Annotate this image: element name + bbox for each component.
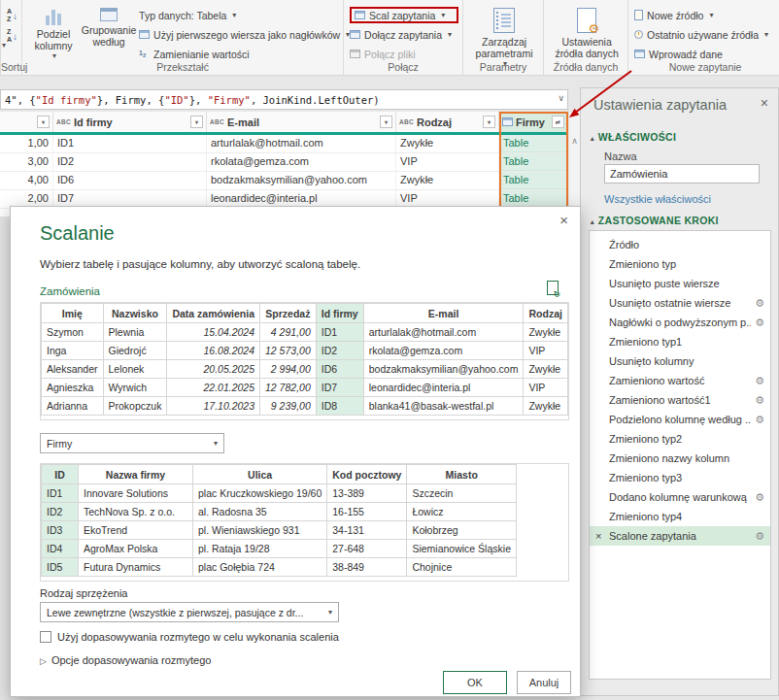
orders-row[interactable]: Agnieszka Wyrwich 22.01.2025 12 782,00 I… — [42, 379, 568, 397]
cell[interactable]: Lelonek — [103, 360, 167, 379]
cell[interactable]: leonardidec@interia.pl — [363, 379, 524, 397]
applied-step[interactable]: × Zmieniono typ3 ⚙ — [590, 468, 770, 487]
applied-step[interactable]: × Usunięto ostatnie wiersze ⚙ — [590, 293, 770, 313]
applied-step[interactable]: × Zmieniono typ2 ⚙ — [590, 429, 770, 449]
applied-step[interactable]: × Źródło ⚙ — [590, 235, 770, 254]
cell-email[interactable]: bodzakmaksymilian@yahoo.com — [207, 172, 396, 189]
cell-id-firmy[interactable]: ID1 — [53, 135, 207, 152]
fuzzy-matching-checkbox[interactable] — [40, 631, 51, 643]
applied-step[interactable]: × Usunięto puste wiersze ⚙ — [590, 274, 770, 293]
cell[interactable]: 9 239,00 — [260, 397, 317, 416]
grid-header-partial[interactable]: ▾ — [0, 112, 53, 132]
cell[interactable]: TechNova Sp. z o.o. — [79, 503, 193, 521]
cell-selected-column[interactable]: ID1 — [316, 323, 363, 342]
col-header[interactable]: Sprzedaż — [260, 304, 317, 323]
fuzzy-options-expander[interactable]: ▷Opcje dopasowywania rozmytego — [40, 654, 211, 666]
step-settings-gear-icon[interactable]: ⚙ — [755, 375, 764, 387]
cell[interactable]: Zwykłe — [524, 323, 568, 342]
filter-dropdown-icon[interactable]: ▾ — [483, 116, 495, 128]
cell-sprzedaz-partial[interactable]: 3,00 — [0, 153, 53, 171]
cell[interactable]: pl. Rataja 19/28 — [193, 540, 327, 558]
col-header-selected[interactable]: ID — [42, 465, 79, 484]
cell-selected-column[interactable]: ID7 — [316, 379, 363, 397]
grid-header-rodzaj[interactable]: ABCRodzaj▾ — [396, 112, 499, 132]
cell[interactable]: Łowicz — [407, 503, 517, 521]
cell[interactable]: Siemianowice Śląskie — [407, 540, 517, 558]
cell[interactable]: bodzakmaksymilian@yahoo.com — [363, 360, 524, 379]
col-header[interactable]: E-mail — [363, 304, 524, 323]
cell-sprzedaz-partial[interactable]: 4,00 — [0, 172, 53, 189]
new-source-button[interactable]: Nowe źródło▾ — [634, 7, 778, 23]
col-header[interactable]: Kod pocztowy — [327, 465, 407, 484]
cancel-button[interactable]: Anuluj — [517, 671, 571, 694]
col-header[interactable]: Miasto — [407, 465, 517, 484]
cell[interactable]: 2 994,00 — [260, 360, 317, 379]
cell[interactable]: Aleksander — [42, 360, 104, 379]
col-header[interactable]: Nazwisko — [103, 304, 167, 323]
cell[interactable]: 27-648 — [327, 540, 407, 558]
sort-ascending-button[interactable]: AZ↓ — [7, 7, 17, 24]
cell[interactable]: Zwykłe — [524, 360, 568, 379]
expand-column-icon[interactable]: ⇄ — [552, 116, 564, 128]
all-properties-link[interactable]: Wszystkie właściwości — [604, 193, 711, 205]
grid-vertical-scrollbar[interactable]: ∧ — [568, 112, 580, 217]
cell[interactable]: Szymon — [42, 323, 104, 342]
filter-dropdown-icon[interactable]: ▾ — [37, 116, 50, 128]
cell[interactable]: rkolata@gemza.com — [363, 342, 524, 360]
cell[interactable]: 22.01.2025 — [167, 379, 260, 397]
cell[interactable]: Inga — [42, 342, 104, 360]
filter-dropdown-icon[interactable]: ▾ — [190, 116, 203, 128]
data-source-settings-button[interactable]: ⚙ Ustawienia źródła danych — [550, 4, 624, 61]
applied-step[interactable]: × Zmieniono typ ⚙ — [590, 254, 770, 274]
cell[interactable]: Szczecin — [407, 484, 517, 503]
cell[interactable]: 12 782,00 — [260, 379, 317, 397]
second-table-select[interactable]: Firmy ▾ — [40, 433, 224, 453]
data-type-button[interactable]: Typ danych: Tabela▾ — [139, 7, 339, 23]
dialog-close-icon[interactable]: × — [559, 212, 568, 228]
col-header[interactable]: Ulica — [193, 465, 327, 484]
cell-rodzaj[interactable]: Zwykłe — [396, 135, 499, 152]
companies-row[interactable]: ID5 Futura Dynamics plac Gołębia 724 38-… — [42, 558, 517, 577]
cell[interactable]: Giedrojć — [103, 342, 167, 360]
cell[interactable]: 12 573,00 — [260, 342, 317, 360]
first-row-headers-button[interactable]: Użyj pierwszego wiersza jako nagłówków▾ — [139, 26, 339, 43]
replace-values-button[interactable]: 12 Zamienianie wartości — [139, 46, 339, 62]
query-name-input[interactable] — [604, 164, 760, 183]
companies-row[interactable]: ID4 AgroMax Polska pl. Rataja 19/28 27-6… — [42, 540, 517, 558]
applied-step[interactable]: × Zmieniono typ4 ⚙ — [590, 507, 770, 526]
cell-table-link[interactable]: Table — [499, 172, 568, 189]
cell[interactable]: 4 291,00 — [260, 323, 317, 342]
step-settings-gear-icon[interactable]: ⚙ — [755, 491, 764, 504]
cell[interactable]: VIP — [524, 342, 568, 360]
step-settings-gear-icon[interactable]: ⚙ — [755, 394, 764, 407]
orders-row[interactable]: Adrianna Prokopczuk 17.10.2023 9 239,00 … — [42, 397, 568, 416]
cell[interactable]: arturlalak@hotmail.com — [363, 323, 524, 342]
applied-step[interactable]: × Zamieniono wartość ⚙ — [590, 371, 770, 390]
cell-selected-column[interactable]: ID5 — [42, 558, 79, 577]
append-queries-button[interactable]: Dołącz zapytania▾ — [350, 26, 458, 43]
col-header-selected[interactable]: Id firmy — [316, 304, 363, 323]
cell[interactable]: Futura Dynamics — [79, 558, 193, 577]
cell[interactable]: 20.05.2025 — [167, 360, 260, 379]
cell-id-firmy[interactable]: ID6 — [53, 172, 207, 189]
applied-step[interactable]: × Usunięto kolumny ⚙ — [590, 351, 770, 371]
split-column-button[interactable]: Podziel kolumny▾ — [28, 4, 79, 62]
applied-step[interactable]: × Dodano kolumnę warunkową ⚙ — [590, 487, 770, 507]
cell[interactable]: 16.08.2024 — [167, 342, 260, 360]
cell[interactable]: VIP — [524, 379, 568, 397]
cell-selected-column[interactable]: ID8 — [316, 397, 363, 416]
ok-button[interactable]: OK — [443, 671, 507, 694]
cell-id-firmy[interactable]: ID2 — [53, 153, 207, 171]
cell[interactable]: blanka41@basak-westfal.pl — [363, 397, 524, 416]
cell-sprzedaz-partial[interactable]: 1,00 — [0, 135, 53, 152]
sort-descending-button[interactable]: ZA↓ — [7, 27, 17, 45]
cell-selected-column[interactable]: ID4 — [42, 540, 79, 558]
cell[interactable]: plac Gołębia 724 — [193, 558, 327, 577]
cell[interactable]: Chojnice — [407, 558, 517, 577]
panel-close-icon[interactable]: × — [761, 95, 768, 111]
companies-row[interactable]: ID2 TechNova Sp. z o.o. al. Radosna 35 1… — [42, 503, 517, 521]
cell[interactable]: 13-389 — [327, 484, 407, 503]
recent-sources-button[interactable]: Ostatnio używane źródła▾ — [634, 26, 778, 43]
grid-row[interactable]: 1,00 ID1 arturlalak@hotmail.com Zwykłe T… — [0, 135, 568, 153]
cell[interactable]: Zwykłe — [524, 397, 568, 416]
